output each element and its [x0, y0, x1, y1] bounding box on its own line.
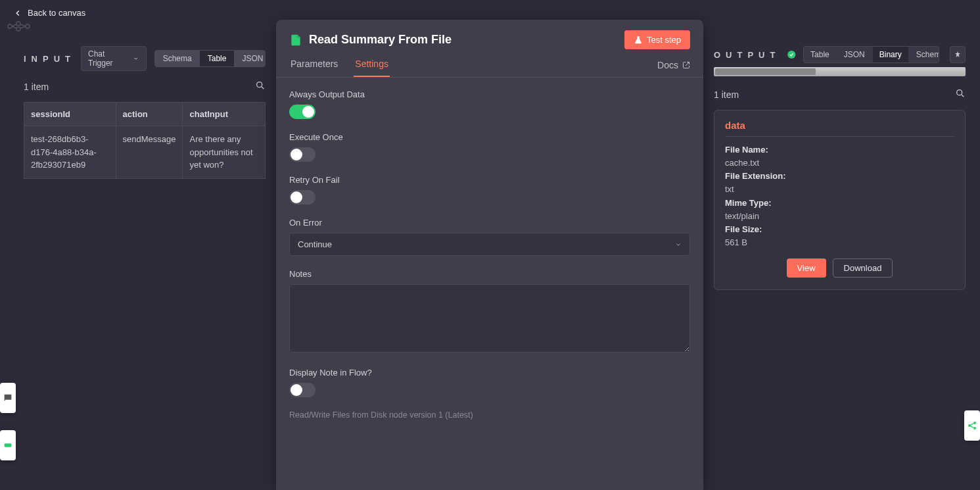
svg-line-9: [262, 87, 264, 89]
chevron-down-icon: [675, 241, 682, 248]
node-version-note: Read/Write Files from Disk node version …: [289, 410, 690, 420]
arrow-left-icon: [13, 9, 22, 18]
svg-point-1: [16, 22, 20, 26]
svg-point-11: [957, 90, 962, 95]
download-button[interactable]: Download: [833, 258, 893, 278]
svg-line-4: [12, 24, 16, 26]
pin-icon: [954, 51, 962, 59]
chat-icon: [3, 393, 13, 403]
trigger-chip-label: Chat Trigger: [88, 49, 129, 68]
docs-link[interactable]: Docs: [657, 60, 690, 77]
input-data-table: sessionId action chatInput test-268db6b3…: [24, 102, 266, 179]
output-title: OUTPUT: [714, 50, 780, 60]
svg-point-16: [973, 427, 976, 429]
input-panel: INPUT Chat Trigger Schema Table JSON 1 i…: [0, 33, 276, 490]
table-row[interactable]: test-268db6b3-d176-4a88-b34a-2fb293071eb…: [24, 126, 266, 179]
view-button[interactable]: View: [787, 258, 826, 278]
output-items-count: 1 item: [714, 89, 739, 100]
input-view-segments: Schema Table JSON: [154, 50, 266, 67]
back-to-canvas-link[interactable]: Back to canvas: [13, 8, 85, 18]
file-name-label: File Name:: [725, 143, 954, 157]
toggle-always-output[interactable]: [289, 105, 315, 119]
search-icon[interactable]: [255, 80, 266, 93]
label-notes: Notes: [289, 269, 690, 279]
mime-value: text/plain: [725, 210, 954, 223]
svg-line-5: [12, 26, 16, 28]
svg-line-7: [20, 26, 26, 28]
chevron-down-icon: [133, 55, 139, 62]
modal-title-text: Read Summary From File: [309, 33, 452, 47]
output-seg-schema[interactable]: Schema: [910, 47, 939, 62]
input-seg-schema[interactable]: Schema: [155, 51, 200, 66]
svg-line-12: [962, 95, 964, 97]
pin-button[interactable]: [950, 46, 966, 63]
label-on-error: On Error: [289, 218, 690, 228]
toggle-execute-once[interactable]: [289, 147, 315, 162]
svg-line-6: [20, 24, 26, 26]
file-read-icon: [289, 34, 302, 47]
label-execute-once: Execute Once: [289, 132, 690, 142]
mime-label: Mime Type:: [725, 197, 954, 210]
success-check-icon: [787, 49, 797, 60]
input-items-count: 1 item: [24, 82, 49, 92]
edge-button-chat[interactable]: [0, 383, 16, 413]
flask-icon: [634, 36, 643, 45]
col-sessionid[interactable]: sessionId: [24, 103, 116, 126]
col-action[interactable]: action: [116, 103, 183, 126]
tab-settings[interactable]: Settings: [354, 59, 390, 77]
input-title: INPUT: [24, 54, 76, 64]
toggle-retry-on-fail[interactable]: [289, 190, 315, 205]
external-link-icon: [682, 61, 690, 69]
test-step-button[interactable]: Test step: [624, 30, 690, 49]
binary-data-card: data File Name: cache.txt File Extension…: [714, 110, 966, 290]
node-icon: [3, 440, 13, 451]
tab-parameters[interactable]: Parameters: [289, 59, 339, 77]
notes-textarea[interactable]: [289, 284, 690, 353]
svg-line-18: [970, 426, 973, 428]
data-heading: data: [725, 120, 954, 137]
svg-point-8: [257, 82, 262, 87]
svg-point-15: [973, 422, 976, 424]
input-seg-table[interactable]: Table: [200, 51, 235, 66]
test-step-label: Test step: [647, 35, 681, 45]
flow-icon: [967, 420, 977, 431]
toggle-display-note[interactable]: [289, 383, 315, 397]
svg-point-2: [16, 27, 20, 31]
svg-rect-13: [5, 443, 12, 447]
svg-point-10: [788, 51, 796, 59]
horizontal-scrollbar[interactable]: [714, 67, 966, 76]
docs-label: Docs: [657, 60, 678, 70]
edge-button-node[interactable]: [0, 430, 16, 460]
output-seg-binary[interactable]: Binary: [873, 47, 908, 62]
label-display-note: Display Note in Flow?: [289, 368, 690, 378]
search-icon[interactable]: [955, 88, 966, 101]
edge-button-flow[interactable]: [964, 410, 980, 441]
label-always-output: Always Output Data: [289, 89, 690, 99]
table-header-row: sessionId action chatInput: [24, 103, 266, 126]
size-value: 561 B: [725, 236, 954, 249]
node-settings-modal: Read Summary From File Test step Paramet…: [276, 20, 703, 490]
select-on-error[interactable]: Continue: [289, 233, 690, 256]
file-ext-value: txt: [725, 183, 954, 196]
output-seg-table[interactable]: Table: [804, 47, 836, 62]
select-on-error-value: Continue: [298, 239, 332, 249]
cell-action: sendMessage: [116, 126, 183, 179]
output-panel: OUTPUT Table JSON Binary Schema 1 item d…: [707, 33, 972, 490]
file-ext-label: File Extension:: [725, 170, 954, 183]
cell-chatinput: Are there any opportunities not yet won?: [183, 126, 266, 179]
svg-point-0: [8, 24, 12, 28]
output-view-segments: Table JSON Binary Schema: [803, 46, 939, 63]
size-label: File Size:: [725, 223, 954, 236]
cell-sessionid: test-268db6b3-d176-4a88-b34a-2fb293071eb…: [24, 126, 116, 179]
file-name-value: cache.txt: [725, 157, 954, 170]
svg-line-17: [970, 424, 973, 426]
back-label: Back to canvas: [28, 8, 85, 18]
output-seg-json[interactable]: JSON: [837, 47, 872, 62]
svg-point-3: [26, 24, 30, 28]
input-seg-json[interactable]: JSON: [234, 51, 266, 66]
label-retry-on-fail: Retry On Fail: [289, 175, 690, 185]
col-chatinput[interactable]: chatInput: [183, 103, 266, 126]
trigger-chip[interactable]: Chat Trigger: [81, 46, 147, 71]
